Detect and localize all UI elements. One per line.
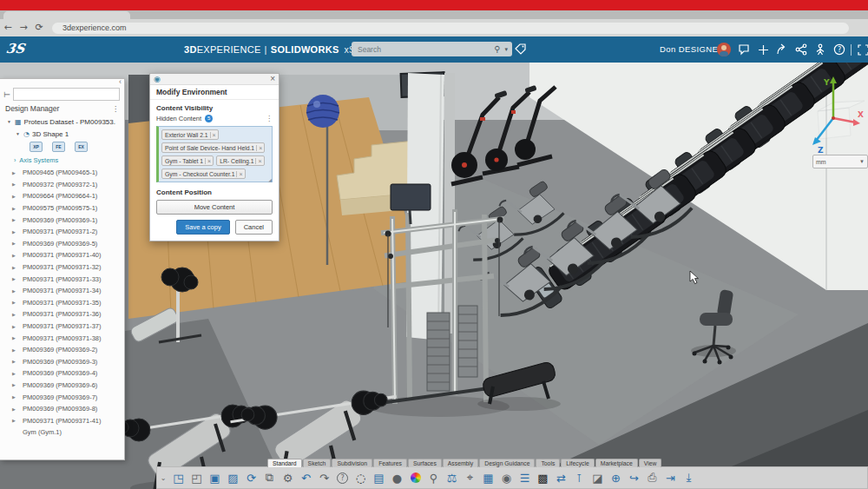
- copy-paste-icon[interactable]: ⧉: [260, 469, 279, 486]
- save-as-icon[interactable]: ▨: [224, 469, 242, 486]
- toolbar-collapse-icon[interactable]: ⌄: [157, 474, 169, 482]
- expander-icon[interactable]: ▶: [12, 418, 17, 423]
- share-arrow-icon[interactable]: ↪: [625, 469, 643, 486]
- address-bar[interactable]: 3dexperience.com: [52, 23, 849, 34]
- remove-tag-icon[interactable]: ×: [236, 171, 244, 177]
- tree-item[interactable]: ▶ PM009369 (PM009369-4): [0, 367, 124, 380]
- tree-item[interactable]: ▶ PM009371 (PM009371-40): [0, 249, 124, 261]
- refresh-icon[interactable]: ⟳: [242, 469, 260, 486]
- close-icon[interactable]: ×: [270, 74, 275, 84]
- rep-badge[interactable]: FE: [52, 142, 65, 152]
- avatar[interactable]: [717, 43, 731, 56]
- download-cloud-icon[interactable]: ⤓: [680, 469, 698, 486]
- ribbon-tab[interactable]: Tools: [536, 459, 560, 467]
- material-sphere-icon[interactable]: ●: [388, 469, 406, 486]
- tree-shape-item[interactable]: ▼ ◔ 3D Shape 1: [0, 128, 124, 140]
- web-globe-icon[interactable]: ⊕: [607, 469, 625, 486]
- save-copy-button[interactable]: Save a copy: [176, 220, 229, 235]
- expander-icon[interactable]: ▼: [7, 119, 12, 124]
- scale-balance-icon[interactable]: ⚖: [443, 469, 461, 486]
- tree-search-input[interactable]: [13, 88, 120, 101]
- hidden-content-tags[interactable]: Exterior Wall 2.1 × Point of Sale Device…: [156, 126, 273, 182]
- tree-item[interactable]: ▶ PM009369 (PM009369-6): [0, 380, 124, 392]
- redo-icon[interactable]: ↷: [315, 469, 333, 486]
- search-icon[interactable]: ⚲: [494, 44, 500, 54]
- remove-tag-icon[interactable]: ×: [205, 158, 213, 164]
- measure-tool-icon[interactable]: ⊺: [570, 469, 589, 486]
- lasso-select-icon[interactable]: ◌: [352, 469, 370, 486]
- expander-icon[interactable]: ▶: [12, 300, 17, 305]
- tag-icon[interactable]: [515, 43, 527, 59]
- publish-machine-icon[interactable]: ⇥: [661, 469, 680, 486]
- remove-tag-icon[interactable]: ×: [256, 145, 264, 151]
- fullscreen-icon[interactable]: [853, 36, 868, 63]
- zebra-stripes-icon[interactable]: ▩: [534, 469, 552, 486]
- share-forward-icon[interactable]: [773, 36, 792, 63]
- ribbon-tab[interactable]: Sketch: [303, 459, 332, 467]
- save-icon[interactable]: ▣: [206, 469, 224, 486]
- measure-probe-icon[interactable]: ⚲: [424, 469, 443, 486]
- expander-icon[interactable]: ▶: [12, 170, 17, 175]
- tree-item[interactable]: ▶ PM009369 (PM009369-1): [0, 214, 124, 226]
- ribbon-tab[interactable]: Design Guidance: [479, 459, 535, 467]
- dialog-titlebar[interactable]: ◉ ×: [150, 74, 279, 85]
- remove-tag-icon[interactable]: ×: [255, 158, 263, 164]
- display-sliders-icon[interactable]: ☰: [516, 469, 534, 486]
- expander-icon[interactable]: ›: [14, 157, 16, 163]
- tree-item[interactable]: ▶ PM009369 (PM009369-2): [0, 344, 124, 356]
- notifications-icon[interactable]: [734, 36, 753, 63]
- search-box[interactable]: ⚲ ▾: [352, 42, 512, 56]
- expander-icon[interactable]: ▶: [12, 276, 17, 281]
- ribbon-tab[interactable]: Subdivision: [332, 459, 372, 467]
- open-part-icon[interactable]: ◰: [187, 469, 206, 486]
- ribbon-tab[interactable]: Standard: [267, 459, 302, 467]
- tree-item[interactable]: ▶ PM009371 (PM009371-32): [0, 261, 124, 274]
- capture-image-icon[interactable]: ▤: [370, 469, 388, 486]
- expander-icon[interactable]: ▶: [12, 371, 17, 376]
- units-dropdown[interactable]: mm ▼: [812, 155, 868, 169]
- tree-item[interactable]: ▶ PM009465 (PM009465-1): [0, 167, 124, 179]
- expander-icon[interactable]: ▶: [12, 335, 17, 340]
- tree-item[interactable]: ▶ PM009664 (PM009664-1): [0, 190, 124, 202]
- rep-badge[interactable]: XP: [30, 142, 43, 152]
- expander-icon[interactable]: ▶: [12, 241, 17, 246]
- tree-axis-item[interactable]: › Axis Systems: [0, 155, 124, 167]
- user-name[interactable]: Don DESIGNER: [660, 36, 725, 63]
- expander-icon[interactable]: ▶: [12, 217, 17, 222]
- undo-icon[interactable]: ↶: [297, 469, 315, 486]
- color-wheel-icon[interactable]: [406, 469, 424, 486]
- share-network-icon[interactable]: [792, 36, 811, 63]
- expander-icon[interactable]: ▶: [12, 265, 17, 270]
- tree-item[interactable]: ▶ PM009371 (PM009371-35): [0, 297, 124, 309]
- expander-icon[interactable]: ▶: [12, 253, 17, 258]
- print-3d-icon[interactable]: ⎙: [643, 469, 661, 486]
- expander-icon[interactable]: ▶: [12, 406, 17, 412]
- 3d-viewport[interactable]: [0, 63, 868, 489]
- tree-item[interactable]: ▶ PM009371 (PM009371-41): [0, 414, 124, 426]
- help-icon[interactable]: ?: [830, 36, 849, 63]
- ribbon-tab[interactable]: Features: [373, 459, 407, 467]
- tree-item[interactable]: ▶ PM009371 (PM009371-2): [0, 226, 124, 238]
- back-icon[interactable]: ←: [0, 19, 16, 36]
- hidden-content-menu-icon[interactable]: ⋮: [266, 115, 273, 122]
- expander-icon[interactable]: ▶: [12, 312, 17, 317]
- expander-icon[interactable]: ▶: [12, 182, 17, 187]
- inspect-target-icon[interactable]: ⌖: [461, 469, 479, 486]
- expander-icon[interactable]: ▶: [12, 229, 17, 235]
- tree-item[interactable]: ▶ PM009369 (PM009369-5): [0, 238, 124, 250]
- tree-item[interactable]: ▶ PM009369 (PM009369-8): [0, 403, 124, 415]
- tree-item[interactable]: ▶ PM009369 (PM009369-3): [0, 356, 124, 368]
- chevron-down-icon[interactable]: ▾: [500, 46, 508, 53]
- settings-gear-icon[interactable]: ⚙: [279, 469, 297, 486]
- material-box-icon[interactable]: ▦: [479, 469, 497, 486]
- ribbon-tab[interactable]: Surfaces: [408, 459, 442, 467]
- expander-icon[interactable]: ▶: [12, 394, 17, 400]
- expander-icon[interactable]: ▶: [12, 206, 17, 211]
- tree-root-item[interactable]: ▼ ▦ Proteus Dataset - PM009353.: [0, 116, 124, 128]
- browser-tab[interactable]: [3, 11, 130, 19]
- rep-badge[interactable]: EX: [75, 142, 88, 152]
- tree-item[interactable]: ▶ PM009371 (PM009371-36): [0, 308, 124, 320]
- view-triad[interactable]: Y X Z: [800, 69, 866, 156]
- tree-item[interactable]: ▶ PM009372 (PM009372-1): [0, 179, 124, 191]
- new-part-icon[interactable]: ◳: [169, 469, 187, 486]
